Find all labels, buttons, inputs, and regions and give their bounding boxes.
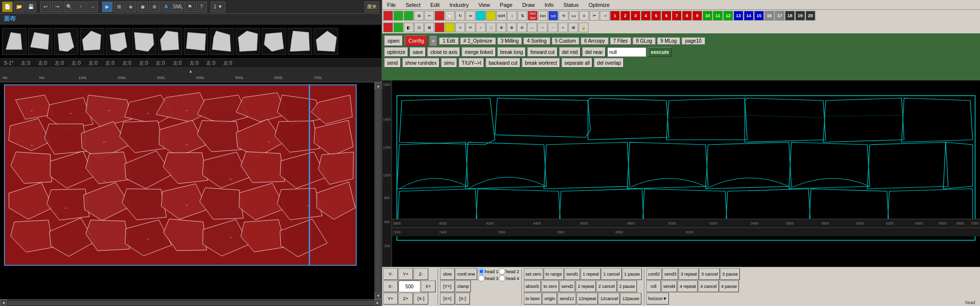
op-break-long[interactable]: break long [497,47,526,57]
clamp-btn[interactable]: clamp [455,280,471,292]
menu-status[interactable]: Status [561,1,582,8]
tb-arrow2[interactable]: ⇅ [517,11,527,21]
three-pause-btn[interactable]: 3 pause [720,268,740,280]
tb2-pen[interactable]: ✏ [466,23,475,32]
open-button[interactable]: open [384,35,403,46]
tb-g2[interactable] [404,11,414,21]
z-plus-btn[interactable]: Z+ [398,293,413,305]
tb-n8[interactable]: 8 [682,11,692,21]
menu-optimize[interactable]: Optimize [586,1,612,8]
head1-radio[interactable] [478,268,485,275]
tab-8glog[interactable]: 8 GLog [633,37,656,45]
part-thumb-5[interactable] [106,28,130,55]
tool-marker1[interactable]: ◈ [125,1,136,12]
tool-units[interactable]: 厘米 [365,1,379,12]
tb2-sym1[interactable]: ⊕ [496,23,506,32]
left-scrollbar-v[interactable]: ▲ ▼ [374,82,381,299]
tb-n5[interactable]: 5 [651,11,661,21]
tb-n7[interactable]: 7 [672,11,682,21]
tb-rotate2[interactable]: ⟲ [559,11,568,21]
part-thumb-9[interactable] [210,28,234,55]
tb-lo[interactable]: Lo [569,11,579,21]
tb-n18[interactable]: 18 [785,11,795,21]
twelve-cancel-btn[interactable]: 12cancel [598,293,620,305]
tb-rotate[interactable]: ↻ [455,11,465,21]
expand-arrow[interactable]: » [429,35,437,46]
send1-btn[interactable]: send1 [564,268,581,280]
yplus-bracket[interactable]: [Y+] [440,280,455,292]
op-simu[interactable]: simu [441,58,457,68]
one-cancel-btn[interactable]: 1 cancel [601,268,622,280]
tool-zoom-in[interactable]: 🔍 [64,1,74,12]
op-close-axis[interactable]: close to axis [427,47,460,57]
z-minus-btn[interactable]: Z- [414,268,428,280]
menu-edit[interactable]: Edit [427,1,442,8]
null-input[interactable] [607,47,646,57]
tool-open[interactable]: 📂 [14,1,24,12]
tb-n4[interactable]: 4 [641,11,651,21]
tb2-lock[interactable]: 🔒 [579,23,588,32]
tool-text[interactable]: A [161,1,172,12]
tool-save[interactable]: 💾 [25,1,36,12]
menu-file[interactable]: File [384,1,399,8]
tb2-y1[interactable] [445,23,455,32]
op-separate-all[interactable]: separate all [562,58,593,68]
tool-marker3[interactable]: ⊕ [149,1,160,12]
op-send[interactable]: send [384,58,401,68]
three-cancel-btn[interactable]: 3 cancel [699,268,720,280]
tb2-icon1[interactable]: ◧ [404,23,414,32]
part-thumb-6[interactable] [132,28,156,55]
y-plus-btn[interactable]: Y+ [398,268,413,280]
tb-n14[interactable]: 14 [744,11,754,21]
set-zero-btn[interactable]: set zero [524,268,543,280]
tb-align[interactable]: ≡ [579,11,589,21]
op-tuyi[interactable]: T/U/Y-->I [459,58,484,68]
tab-7files[interactable]: 7 Files [610,37,631,45]
send3-btn[interactable]: send3 [662,268,679,280]
xminus-bracket[interactable]: [X-] [455,293,470,305]
tool-new[interactable]: 📄 [2,1,13,12]
scroll-left-arrow[interactable]: ◄ [0,300,7,306]
head4-radio[interactable] [499,275,505,281]
tool-help[interactable]: ? [196,1,207,12]
two-repeat-btn[interactable]: 2 repeat [576,280,596,292]
tb2-r1[interactable] [383,23,393,32]
menu-page[interactable]: Page [497,1,515,8]
scroll-h-track[interactable] [7,301,374,306]
fabric-canvas[interactable]: ← ← ← ← ← ← ← ← ← ← ← ← ← ← ← ← ▲ [0,82,381,299]
tb-del[interactable]: DelSet [528,11,538,21]
tool-num[interactable]: 1 ▼ [211,1,225,12]
tb-copy[interactable]: ⊞ [414,11,424,21]
tb-n2[interactable]: 2 [620,11,630,21]
tb-n9[interactable]: 9 [692,11,702,21]
menu-info[interactable]: Info [541,1,556,8]
part-thumb-3[interactable] [54,28,78,55]
tb-sel[interactable]: sel [548,11,558,21]
tool-flag[interactable]: ⚑ [184,1,195,12]
menu-view[interactable]: View [475,1,493,8]
tb-n13[interactable]: 13 [734,11,743,21]
op-merge-linked[interactable]: merge linked [462,47,495,57]
tb2-g1[interactable] [393,23,403,32]
tb2-spiral[interactable]: ◌ [486,23,496,32]
scroll-down-arrow[interactable]: ▼ [375,292,381,299]
head3-radio[interactable] [478,275,485,281]
part-thumb-8[interactable] [184,28,208,55]
send2-btn[interactable]: send2 [560,280,576,292]
tb-n19[interactable]: 19 [795,11,805,21]
op-del-near[interactable]: del near [582,47,606,57]
tb-n16[interactable]: 16 [764,11,774,21]
xplus-bracket[interactable]: [X+] [440,293,455,305]
menu-draw[interactable]: Draw [519,1,538,8]
tab-5custom[interactable]: 5 Custom [552,37,580,45]
tab-4sorting[interactable]: 4 Sorting [523,37,550,45]
two-cancel-btn[interactable]: 2 cancel [596,280,617,292]
tool-marker2[interactable]: ◉ [137,1,148,12]
tb-r1[interactable] [383,11,393,21]
tab-9mlog[interactable]: 9 MLog [657,37,680,45]
tb2-curve[interactable]: ∿ [455,23,465,32]
tool-redo[interactable]: ↪ [52,1,63,12]
y-minus-btn[interactable]: Y- [383,268,398,280]
tb-text2[interactable]: ⊢ [589,11,599,21]
tb-n20[interactable]: 20 [806,11,815,21]
